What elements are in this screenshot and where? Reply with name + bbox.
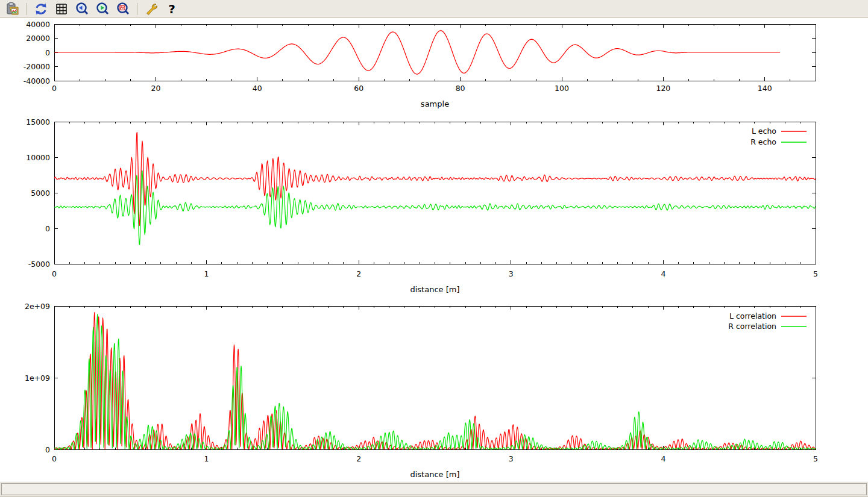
zoom-previous-button[interactable]: [74, 1, 90, 17]
legend-label: L correlation: [729, 311, 776, 320]
legend-label: R echo: [750, 137, 776, 146]
x-tick-label: 5: [813, 454, 818, 463]
plot-canvas[interactable]: 020406080100120140-40000-200000200004000…: [0, 19, 868, 481]
x-tick-label: 140: [758, 84, 772, 93]
configure-button[interactable]: [143, 1, 160, 17]
x-tick-label: 60: [354, 84, 363, 93]
status-text: [1, 483, 867, 495]
y-tick-label: 2e+09: [25, 302, 50, 311]
x-tick-label: 40: [253, 84, 262, 93]
status-bar: [0, 481, 868, 497]
question-mark-icon: ?: [165, 2, 179, 16]
x-tick-label: 2: [356, 269, 361, 278]
echo-chart: 012345-5000050001000015000distance [m]L …: [26, 117, 818, 295]
x-tick-label: 4: [661, 454, 665, 463]
svg-text:?: ?: [168, 2, 175, 16]
x-tick-label: 3: [509, 269, 514, 278]
y-tick-label: 40000: [26, 20, 50, 29]
clipboard-plot-icon: [5, 2, 20, 16]
autoscale-button[interactable]: [115, 1, 131, 17]
legend-label: L echo: [752, 127, 776, 136]
magnifier-right-arrow-icon: [95, 2, 110, 16]
plot-area[interactable]: [54, 122, 816, 264]
x-tick-label: 80: [456, 84, 465, 93]
toggle-grid-button[interactable]: [53, 1, 70, 17]
zoom-next-button[interactable]: [94, 1, 111, 17]
x-axis-label: distance [m]: [410, 285, 459, 294]
legend-label: R correlation: [728, 322, 776, 331]
replot-button[interactable]: [33, 1, 49, 17]
x-tick-label: 0: [52, 454, 57, 463]
x-tick-label: 100: [555, 84, 569, 93]
x-tick-label: 2: [356, 454, 361, 463]
grid-icon: [54, 2, 69, 16]
y-tick-label: 0: [45, 48, 50, 57]
plot-area[interactable]: [54, 306, 816, 449]
refresh-arrows-icon: [34, 2, 48, 16]
copy-to-clipboard-button[interactable]: [4, 1, 21, 17]
y-tick-label: 10000: [26, 153, 50, 162]
correlation-chart: 01234501e+092e+09distance [m]L correlati…: [25, 302, 818, 480]
x-tick-label: 3: [509, 454, 514, 463]
y-tick-label: 15000: [26, 117, 50, 127]
x-tick-label: 20: [151, 84, 160, 93]
plots-svg: 020406080100120140-40000-200000200004000…: [0, 19, 868, 481]
x-tick-label: 120: [656, 84, 670, 93]
x-tick-label: 0: [52, 269, 57, 278]
pulse-chart: 020406080100120140-40000-200000200004000…: [24, 20, 816, 109]
y-tick-label: -40000: [24, 77, 50, 86]
y-tick-label: -5000: [28, 260, 50, 269]
toolbar-separator: [27, 3, 27, 15]
x-tick-label: 0: [52, 84, 57, 93]
toolbar-separator: [137, 3, 137, 15]
magnifier-left-arrow-icon: [75, 2, 89, 16]
y-tick-label: -20000: [24, 62, 50, 71]
y-tick-label: 1e+09: [25, 374, 50, 383]
y-tick-label: 20000: [26, 34, 50, 43]
x-axis-label: distance [m]: [410, 470, 459, 479]
help-button[interactable]: ?: [163, 1, 180, 17]
wrench-icon: [144, 2, 159, 16]
toolbar: ?: [0, 0, 868, 18]
x-tick-label: 5: [813, 269, 818, 278]
y-tick-label: 0: [45, 445, 50, 454]
y-tick-label: 0: [45, 224, 50, 233]
y-tick-label: 5000: [31, 189, 50, 198]
x-axis-label: sample: [421, 99, 449, 108]
x-tick-label: 1: [204, 269, 209, 278]
magnifier-plot-icon: [116, 2, 130, 16]
gnuplot-window: ? 020406080100120140-40000-2000002000040…: [0, 0, 868, 497]
x-tick-label: 4: [661, 269, 665, 278]
x-tick-label: 1: [204, 454, 209, 463]
